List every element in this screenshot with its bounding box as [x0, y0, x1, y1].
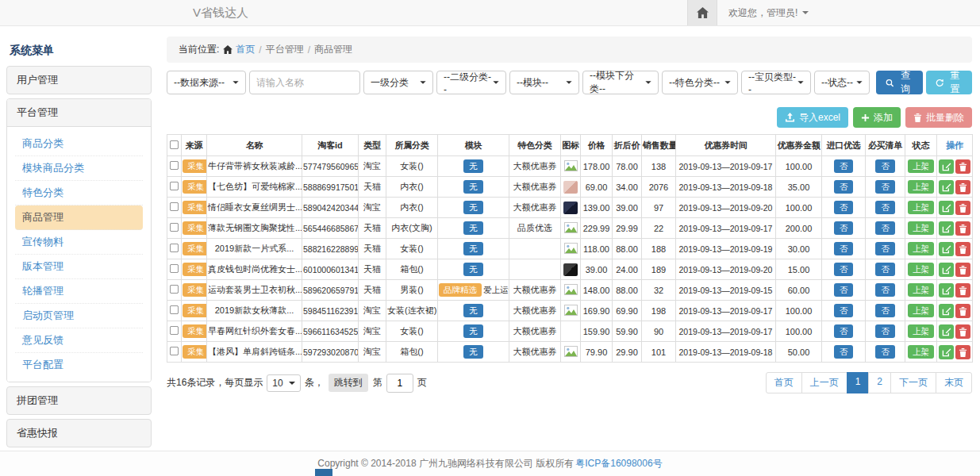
row-checkbox[interactable] — [170, 285, 179, 294]
row-checkbox[interactable] — [170, 182, 179, 190]
page-btn-next[interactable]: 下一页 — [890, 372, 936, 393]
import-select-toggle[interactable]: 否 — [834, 304, 854, 317]
row-checkbox[interactable] — [170, 223, 179, 232]
status-button[interactable]: 上架 — [908, 304, 934, 317]
filter-module-select[interactable]: --模块-- — [509, 71, 579, 94]
status-button[interactable]: 上架 — [908, 345, 934, 358]
sidebar-item-platform-config[interactable]: 平台配置 — [15, 353, 143, 377]
filter-level1-category-select[interactable]: 一级分类 — [363, 71, 433, 94]
row-checkbox[interactable] — [170, 264, 179, 273]
select-all-checkbox[interactable] — [170, 140, 179, 148]
must-buy-toggle[interactable]: 否 — [875, 159, 895, 172]
import-select-toggle[interactable]: 否 — [834, 345, 854, 358]
icp-link[interactable]: 粤ICP备16098006号 — [575, 457, 662, 470]
status-button[interactable]: 上架 — [908, 263, 934, 275]
status-button[interactable]: 上架 — [908, 324, 934, 337]
import-select-toggle[interactable]: 否 — [834, 221, 854, 234]
sidebar-item-feature-category[interactable]: 特色分类 — [15, 181, 143, 205]
must-buy-toggle[interactable]: 否 — [875, 221, 895, 234]
must-buy-toggle[interactable]: 否 — [875, 324, 895, 337]
edit-button[interactable] — [939, 180, 954, 194]
must-buy-toggle[interactable]: 否 — [875, 304, 895, 317]
home-button[interactable] — [687, 0, 717, 25]
page-btn-2[interactable]: 2 — [868, 372, 891, 393]
delete-button[interactable] — [955, 283, 970, 298]
sidebar-item-module-goods-category[interactable]: 模块商品分类 — [15, 156, 143, 181]
must-buy-toggle[interactable]: 否 — [875, 201, 895, 213]
status-button[interactable]: 上架 — [908, 221, 934, 234]
delete-button[interactable] — [955, 242, 970, 256]
edit-button[interactable] — [939, 159, 954, 174]
delete-button[interactable] — [955, 221, 970, 236]
jump-button[interactable]: 跳转到 — [329, 374, 368, 392]
sidebar-group-platform-management[interactable]: 平台管理 — [7, 99, 151, 127]
row-checkbox[interactable] — [170, 347, 179, 355]
filter-name-input[interactable] — [249, 71, 360, 94]
row-checkbox[interactable] — [170, 244, 179, 252]
delete-button[interactable] — [955, 201, 970, 215]
filter-item-type-select[interactable]: --宝贝类型-- — [741, 71, 811, 94]
import-select-toggle[interactable]: 否 — [834, 263, 854, 275]
import-select-toggle[interactable]: 否 — [834, 283, 854, 296]
sidebar-item-carousel-management[interactable]: 轮播管理 — [15, 279, 143, 304]
import-select-toggle[interactable]: 否 — [834, 201, 854, 213]
sidebar-group-group-buy-management[interactable]: 拼团管理 — [6, 386, 152, 415]
must-buy-toggle[interactable]: 否 — [875, 345, 895, 358]
batch-delete-button[interactable]: 批量删除 — [905, 107, 972, 128]
breadcrumb-home-link[interactable]: 首页 — [223, 43, 255, 56]
user-menu[interactable]: 欢迎您，管理员! — [717, 0, 820, 25]
sidebar-group-user-management[interactable]: 用户管理 — [6, 66, 152, 94]
edit-button[interactable] — [939, 324, 954, 339]
page-btn-prev[interactable]: 上一页 — [801, 372, 847, 393]
reset-button[interactable]: 重置 — [926, 71, 973, 94]
must-buy-toggle[interactable]: 否 — [875, 283, 895, 296]
sidebar-item-splash-page-management[interactable]: 启动页管理 — [15, 304, 143, 328]
delete-button[interactable] — [955, 345, 970, 359]
edit-button[interactable] — [939, 221, 954, 236]
must-buy-toggle[interactable]: 否 — [875, 263, 895, 275]
breadcrumb-item-platform[interactable]: 平台管理 — [266, 43, 304, 56]
edit-button[interactable] — [939, 201, 954, 215]
page-btn-last[interactable]: 末页 — [936, 372, 972, 393]
delete-button[interactable] — [955, 324, 970, 339]
import-select-toggle[interactable]: 否 — [834, 159, 854, 172]
add-button[interactable]: 添加 — [853, 107, 901, 128]
row-checkbox[interactable] — [170, 161, 179, 170]
filter-level2-category-select[interactable]: --二级分类-- — [436, 71, 506, 94]
status-button[interactable]: 上架 — [908, 159, 934, 172]
must-buy-toggle[interactable]: 否 — [875, 242, 895, 255]
sidebar-item-goods-management[interactable]: 商品管理 — [15, 205, 143, 230]
filter-module-subcategory-select[interactable]: --模块下分类-- — [582, 71, 659, 94]
filter-feature-category-select[interactable]: --特色分类-- — [662, 71, 738, 94]
delete-button[interactable] — [955, 159, 970, 174]
status-button[interactable]: 上架 — [908, 283, 934, 296]
status-button[interactable]: 上架 — [908, 201, 934, 213]
search-button[interactable]: 查询 — [876, 71, 923, 94]
import-select-toggle[interactable]: 否 — [834, 242, 854, 255]
status-button[interactable]: 上架 — [908, 242, 934, 255]
per-page-select[interactable]: 10 — [267, 374, 300, 392]
sidebar-group-saving-express[interactable]: 省惠快报 — [6, 419, 152, 447]
must-buy-toggle[interactable]: 否 — [875, 180, 895, 193]
jump-page-input[interactable] — [386, 374, 413, 393]
page-btn-1[interactable]: 1 — [847, 372, 870, 393]
filter-status-select[interactable]: --状态-- — [814, 71, 870, 94]
sidebar-item-version-management[interactable]: 版本管理 — [15, 255, 143, 279]
import-select-toggle[interactable]: 否 — [834, 324, 854, 337]
sidebar-item-feedback[interactable]: 意见反馈 — [15, 328, 143, 353]
row-checkbox[interactable] — [170, 326, 179, 335]
delete-button[interactable] — [955, 263, 970, 277]
row-checkbox[interactable] — [170, 305, 179, 314]
edit-button[interactable] — [939, 304, 954, 318]
filter-data-source-select[interactable]: --数据来源-- — [167, 71, 246, 94]
row-checkbox[interactable] — [170, 202, 179, 211]
edit-button[interactable] — [939, 242, 954, 256]
delete-button[interactable] — [955, 304, 970, 318]
edit-button[interactable] — [939, 345, 954, 359]
import-select-toggle[interactable]: 否 — [834, 180, 854, 193]
sidebar-item-goods-category[interactable]: 商品分类 — [15, 132, 143, 156]
delete-button[interactable] — [955, 180, 970, 194]
edit-button[interactable] — [939, 263, 954, 277]
edit-button[interactable] — [939, 283, 954, 298]
import-excel-button[interactable]: 导入excel — [777, 107, 848, 128]
